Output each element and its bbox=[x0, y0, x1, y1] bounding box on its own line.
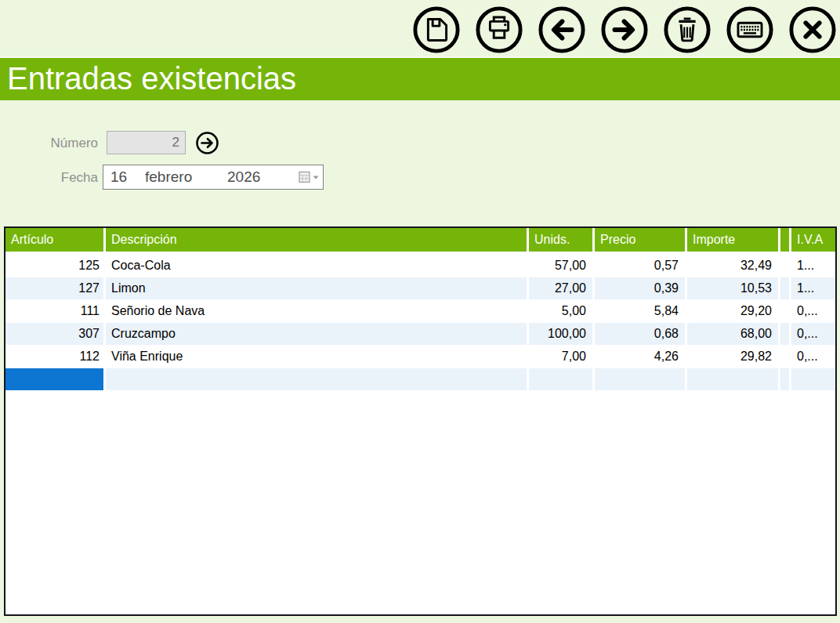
cell-articulo[interactable]: 125 bbox=[5, 255, 103, 277]
numero-label: Número bbox=[22, 136, 98, 151]
cell-importe[interactable]: 10,53 bbox=[687, 277, 778, 300]
cell-iva[interactable]: 0,... bbox=[791, 346, 836, 368]
cell-articulo[interactable]: 111 bbox=[5, 300, 103, 323]
floppy-save-icon bbox=[412, 5, 461, 54]
cell-importe[interactable]: 29,82 bbox=[687, 346, 778, 368]
table-header: Artículo Descripción Unids. Precio Impor… bbox=[5, 228, 835, 252]
fecha-input[interactable]: 16 febrero 2026 bbox=[103, 165, 324, 190]
fecha-year: 2026 bbox=[227, 165, 260, 189]
cell-unids[interactable]: 57,00 bbox=[529, 255, 592, 277]
cell-descripcion[interactable]: Limon bbox=[106, 277, 527, 300]
cell-iva[interactable] bbox=[791, 368, 836, 391]
cell-articulo[interactable]: 127 bbox=[5, 277, 103, 300]
calendar-dropdown-icon bbox=[299, 171, 320, 184]
cell-spacer[interactable] bbox=[780, 300, 789, 323]
fecha-day: 16 bbox=[110, 165, 127, 189]
cell-spacer[interactable] bbox=[780, 323, 789, 346]
close-button[interactable] bbox=[788, 5, 837, 54]
table-row: 111Señorio de Nava5,005,8429,200,... bbox=[5, 300, 835, 323]
column-header-iva: I.V.A bbox=[791, 228, 836, 252]
column-header-spacer bbox=[780, 228, 789, 252]
table-row: 307Cruzcampo100,000,6868,000,... bbox=[5, 323, 835, 346]
cell-articulo[interactable] bbox=[5, 368, 103, 391]
keyboard-button[interactable] bbox=[726, 5, 774, 54]
column-header-unids: Unids. bbox=[529, 228, 592, 252]
arrow-left-icon bbox=[538, 5, 586, 54]
cell-descripcion[interactable]: Señorio de Nava bbox=[106, 300, 527, 323]
cell-descripcion[interactable]: Cruzcampo bbox=[106, 323, 527, 346]
cell-precio[interactable]: 5,84 bbox=[595, 300, 685, 323]
cell-iva[interactable]: 0,... bbox=[791, 300, 836, 323]
cell-unids[interactable]: 5,00 bbox=[529, 300, 592, 323]
cell-spacer[interactable] bbox=[780, 368, 789, 391]
toolbar-buttons bbox=[412, 5, 837, 54]
cell-precio[interactable]: 0,39 bbox=[595, 277, 685, 300]
table-row: 127Limon27,000,3910,531... bbox=[5, 277, 835, 300]
printer-icon bbox=[475, 5, 523, 54]
cell-importe[interactable] bbox=[687, 368, 778, 391]
next-button[interactable] bbox=[600, 5, 649, 54]
column-header-articulo: Artículo bbox=[5, 228, 103, 252]
cell-descripcion[interactable] bbox=[106, 368, 527, 391]
cell-unids[interactable] bbox=[529, 368, 592, 391]
arrow-right-icon bbox=[600, 5, 649, 54]
close-icon bbox=[788, 5, 837, 54]
cell-precio[interactable]: 4,26 bbox=[595, 346, 685, 368]
cell-descripcion[interactable]: Viña Enrique bbox=[106, 346, 527, 368]
numero-go-button[interactable] bbox=[195, 131, 219, 155]
numero-input[interactable]: 2 bbox=[107, 131, 186, 154]
previous-button[interactable] bbox=[538, 5, 586, 54]
page-title: Entradas existencias bbox=[0, 58, 840, 100]
cell-iva[interactable]: 1... bbox=[791, 255, 836, 277]
arrow-right-icon bbox=[195, 131, 219, 155]
cell-spacer[interactable] bbox=[780, 255, 789, 277]
column-header-importe: Importe bbox=[687, 228, 778, 252]
cell-unids[interactable]: 100,00 bbox=[529, 323, 592, 346]
cell-iva[interactable]: 1... bbox=[791, 277, 836, 300]
table-row bbox=[5, 368, 835, 391]
cell-articulo[interactable]: 307 bbox=[5, 323, 103, 346]
cell-spacer[interactable] bbox=[780, 346, 789, 368]
fecha-label: Fecha bbox=[22, 170, 98, 186]
fecha-month: febrero bbox=[145, 165, 192, 189]
table-row: 112Viña Enrique7,004,2629,820,... bbox=[5, 346, 835, 368]
trash-icon bbox=[663, 5, 711, 54]
calendar-dropdown-button[interactable] bbox=[299, 171, 320, 184]
toolbar bbox=[0, 0, 840, 56]
cell-unids[interactable]: 27,00 bbox=[529, 277, 592, 300]
cell-articulo[interactable]: 112 bbox=[5, 346, 103, 368]
table-body: 125Coca-Cola57,000,5732,491...127Limon27… bbox=[5, 255, 835, 391]
cell-precio[interactable]: 0,57 bbox=[595, 255, 685, 277]
cell-iva[interactable]: 0,... bbox=[791, 323, 836, 346]
table-row: 125Coca-Cola57,000,5732,491... bbox=[5, 255, 835, 277]
cell-descripcion[interactable]: Coca-Cola bbox=[106, 255, 527, 277]
cell-precio[interactable]: 0,68 bbox=[595, 323, 685, 346]
print-button[interactable] bbox=[475, 5, 523, 54]
cell-spacer[interactable] bbox=[780, 277, 789, 300]
items-table: Artículo Descripción Unids. Precio Impor… bbox=[4, 226, 837, 616]
save-button[interactable] bbox=[412, 5, 461, 54]
cell-unids[interactable]: 7,00 bbox=[529, 346, 592, 368]
delete-button[interactable] bbox=[663, 5, 711, 54]
cell-precio[interactable] bbox=[595, 368, 685, 391]
cell-importe[interactable]: 68,00 bbox=[687, 323, 778, 346]
keyboard-icon bbox=[726, 5, 774, 54]
column-header-descripcion: Descripción bbox=[106, 228, 527, 252]
column-header-precio: Precio bbox=[595, 228, 685, 252]
cell-importe[interactable]: 32,49 bbox=[687, 255, 778, 277]
cell-importe[interactable]: 29,20 bbox=[687, 300, 778, 323]
